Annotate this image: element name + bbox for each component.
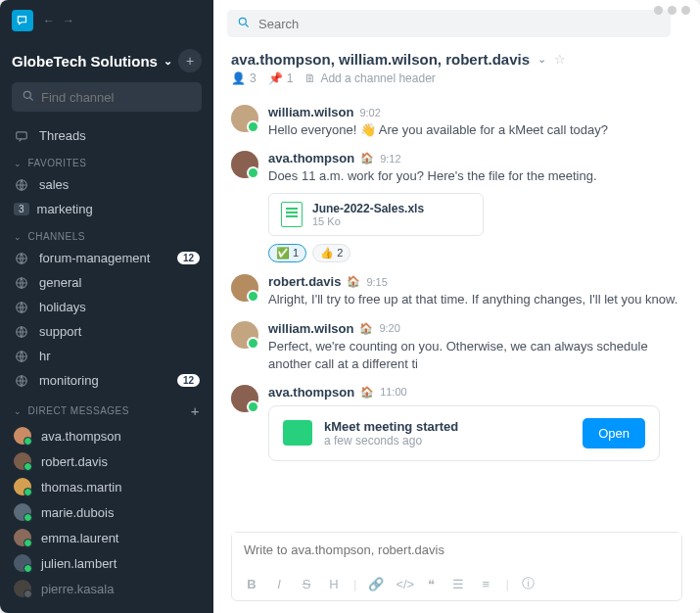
pinned-count[interactable]: 📌1 — [268, 71, 294, 85]
avatar — [14, 503, 31, 521]
open-meeting-button[interactable]: Open — [583, 418, 645, 448]
message-text: Alright, I'll try to free up at that tim… — [268, 291, 682, 308]
search-input[interactable] — [258, 17, 661, 31]
dm-heading[interactable]: ⌄ DIRECT MESSAGES + — [0, 393, 213, 423]
sidebar-dm-thomas.martin[interactable]: thomas.martin — [0, 474, 213, 499]
sidebar-item-label: support — [39, 324, 200, 339]
global-search[interactable] — [227, 10, 671, 37]
composer-input[interactable] — [232, 533, 681, 568]
doc-icon: 🗎 — [304, 71, 316, 85]
reaction[interactable]: 👍 2 — [312, 244, 350, 262]
message: ava.thompson🏠11:00kMeet meeting starteda… — [213, 379, 700, 467]
numbered-button[interactable]: ≡ — [478, 577, 493, 591]
channel-title[interactable]: ava.thompson, william.wilson, robert.dav… — [231, 51, 530, 68]
unread-badge: 12 — [177, 374, 200, 387]
message: william.wilson9:02Hello everyone! 👋 Are … — [213, 99, 700, 145]
nav-back-icon[interactable]: ← — [43, 14, 55, 27]
message-author[interactable]: ava.thompson — [268, 151, 354, 165]
sidebar-item-label: robert.davis — [41, 454, 108, 469]
add-dm-button[interactable]: + — [191, 402, 200, 419]
sidebar-channel-hr[interactable]: hr — [0, 344, 213, 368]
sidebar-item-label: julien.lambert — [41, 556, 117, 571]
sidebar-channel-support[interactable]: support — [0, 319, 213, 344]
channel-header: ava.thompson, william.wilson, robert.dav… — [213, 45, 700, 95]
meeting-title: kMeet meeting started — [324, 419, 571, 434]
link-button[interactable]: 🔗 — [368, 577, 384, 591]
sidebar-item-label: marketing — [37, 202, 200, 216]
sidebar-channel-general[interactable]: general — [0, 270, 213, 295]
italic-button[interactable]: I — [271, 577, 287, 591]
find-channel-field[interactable] — [41, 90, 206, 105]
avatar — [14, 427, 31, 445]
quote-button[interactable]: ❝ — [423, 577, 439, 591]
message-text: Perfect, we're counting on you. Otherwis… — [268, 338, 682, 373]
file-attachment[interactable]: June-2022-Sales.xls15 Ko — [268, 193, 484, 236]
channels-heading-label: CHANNELS — [28, 231, 85, 242]
heading-button[interactable]: H — [326, 577, 342, 591]
sidebar-item-label: emma.laurent — [41, 531, 118, 545]
composer: B I S H | 🔗 </> ❝ ☰ ≡ | ⓘ — [231, 532, 682, 601]
sidebar-dm-pierre.kasala[interactable]: pierre.kasala — [0, 576, 213, 601]
channels-heading[interactable]: ⌄ CHANNELS — [0, 221, 213, 246]
favorites-heading[interactable]: ⌄ FAVORITES — [0, 148, 213, 172]
strike-button[interactable]: S — [299, 577, 314, 591]
avatar — [14, 529, 31, 546]
avatar — [231, 274, 258, 302]
chevron-down-icon: ⌄ — [163, 55, 172, 68]
sidebar-item-label: forum-management — [39, 251, 167, 265]
sidebar-threads[interactable]: Threads — [0, 123, 213, 148]
bullets-button[interactable]: ☰ — [450, 577, 466, 591]
chevron-down-icon: ⌄ — [14, 232, 23, 242]
dm-heading-label: DIRECT MESSAGES — [28, 405, 129, 416]
app-logo[interactable] — [12, 10, 33, 31]
sidebar-fav-marketing[interactable]: 3 marketing — [0, 197, 213, 221]
globe-icon — [14, 178, 29, 192]
avatar — [14, 554, 31, 572]
status-emoji: 🏠 — [359, 322, 373, 335]
workspace-add-button[interactable]: + — [178, 49, 202, 72]
message-author[interactable]: robert.davis — [268, 274, 341, 289]
sidebar-dm-marie.dubois[interactable]: marie.dubois — [0, 499, 213, 525]
find-channel-input[interactable] — [12, 82, 202, 112]
globe-icon — [14, 252, 29, 265]
chevron-down-icon[interactable]: ⌄ — [537, 53, 546, 66]
message-time: 9:12 — [380, 153, 400, 165]
reactions: ✅ 1👍 2 — [268, 244, 682, 262]
sidebar-channel-monitoring[interactable]: monitoring12 — [0, 368, 213, 393]
sidebar-channel-forum-management[interactable]: forum-management12 — [0, 246, 213, 270]
message-author[interactable]: william.wilson — [268, 105, 353, 119]
sidebar-dm-robert.davis[interactable]: robert.davis — [0, 448, 213, 474]
status-emoji: 🏠 — [347, 275, 360, 288]
sidebar-dm-ava.thompson[interactable]: ava.thompson — [0, 423, 213, 448]
avatar — [14, 452, 31, 470]
sidebar-fav-sales[interactable]: sales — [0, 172, 213, 197]
message-author[interactable]: william.wilson — [268, 321, 353, 336]
globe-icon — [14, 325, 29, 339]
window-controls — [654, 6, 690, 15]
reaction[interactable]: ✅ 1 — [268, 244, 306, 262]
channel-topic[interactable]: 🗎Add a channel header — [304, 71, 435, 85]
nav-forward-icon[interactable]: → — [63, 14, 74, 27]
svg-rect-1 — [17, 131, 27, 138]
message-time: 11:00 — [380, 386, 407, 398]
sidebar-dm-emma.laurent[interactable]: emma.laurent — [0, 525, 213, 550]
message-author[interactable]: ava.thompson — [268, 385, 354, 400]
bold-button[interactable]: B — [244, 577, 259, 591]
workspace-switcher[interactable]: GlobeTech Solutions ⌄ — [12, 53, 172, 70]
sidebar-channel-holidays[interactable]: holidays — [0, 295, 213, 319]
favorite-star-icon[interactable]: ☆ — [554, 52, 566, 67]
message-time: 9:02 — [359, 107, 380, 118]
member-count[interactable]: 👤3 — [231, 71, 257, 85]
sidebar-item-label: monitoring — [39, 373, 167, 388]
code-button[interactable]: </> — [396, 577, 411, 591]
chevron-down-icon: ⌄ — [14, 159, 23, 168]
svg-point-0 — [23, 91, 30, 98]
sidebar-item-label: thomas.martin — [41, 480, 121, 495]
sidebar-item-label: sales — [39, 177, 200, 192]
sidebar-dm-julien.lambert[interactable]: julien.lambert — [0, 550, 213, 576]
info-button[interactable]: ⓘ — [521, 575, 537, 592]
globe-icon — [14, 350, 29, 363]
search-icon — [237, 16, 251, 32]
search-icon — [22, 89, 35, 106]
video-icon — [283, 420, 312, 446]
